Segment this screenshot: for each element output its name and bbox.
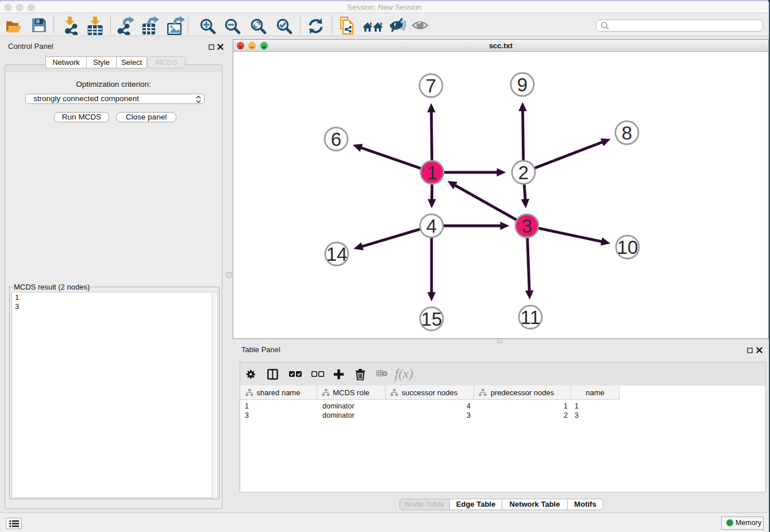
svg-text:8: 8 [622, 122, 632, 144]
svg-text:6: 6 [331, 129, 341, 150]
svg-text:2: 2 [518, 162, 529, 183]
svg-text:10: 10 [617, 237, 638, 258]
svg-text:14: 14 [326, 244, 348, 265]
svg-text:4: 4 [426, 215, 437, 237]
svg-text:15: 15 [421, 309, 442, 330]
svg-text:9: 9 [517, 74, 528, 95]
svg-text:3: 3 [522, 215, 532, 237]
svg-text:1: 1 [427, 162, 437, 183]
svg-text:11: 11 [521, 307, 540, 328]
svg-text:7: 7 [426, 75, 436, 97]
